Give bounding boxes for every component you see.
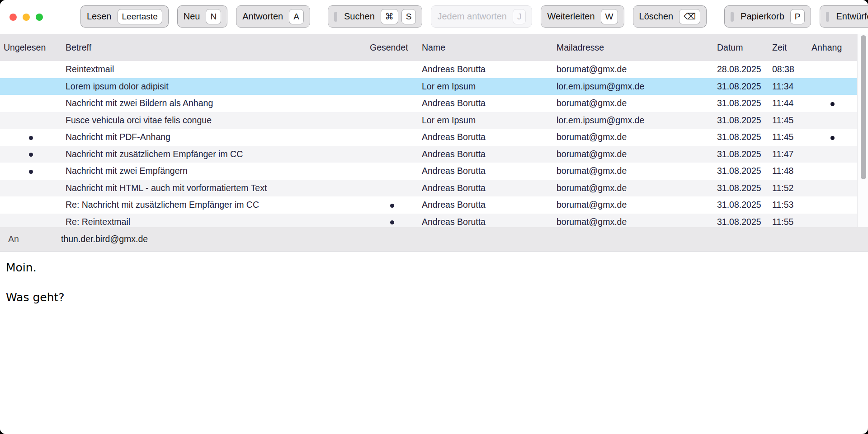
unread-cell: [0, 196, 62, 214]
subject-cell: Re: Nachricht mit zusätzlichem Empfänger…: [62, 196, 366, 214]
sent-dot-icon: [390, 220, 394, 224]
drag-handle-icon[interactable]: [334, 12, 337, 22]
lesen-button[interactable]: LesenLeertaste: [80, 5, 169, 28]
entwuerfe-button[interactable]: EntwürfeE: [820, 5, 868, 28]
column-header-unread[interactable]: Ungelesen: [0, 34, 62, 61]
message-row[interactable]: ReintextmailAndreas Boruttaborumat@gmx.d…: [0, 61, 857, 78]
date-cell: 31.08.2025: [713, 163, 769, 180]
recipient-bar: An thun.der.bird@gmx.de: [0, 227, 868, 252]
message-row[interactable]: Nachricht mit HTML - auch mit vorformati…: [0, 180, 857, 197]
date-cell: 31.08.2025: [713, 146, 769, 163]
message-row[interactable]: Nachricht mit zusätzlichem Empfänger im …: [0, 146, 857, 163]
column-header-subject[interactable]: Betreff: [62, 34, 366, 61]
sent-cell: [366, 180, 418, 197]
time-cell: 11:55: [769, 214, 808, 228]
message-line: Moin.: [6, 261, 857, 275]
sent-cell: [366, 112, 418, 129]
message-row[interactable]: Nachricht mit zwei Bildern als AnhangAnd…: [0, 95, 857, 112]
time-cell: 11:47: [769, 146, 808, 163]
sent-cell: [366, 214, 418, 228]
neu-label: Neu: [184, 11, 200, 22]
message-row[interactable]: Nachricht mit PDF-AnhangAndreas Boruttab…: [0, 129, 857, 146]
message-row[interactable]: Nachricht mit zwei EmpfängernAndreas Bor…: [0, 163, 857, 180]
email-cell: borumat@gmx.de: [553, 180, 713, 197]
subject-cell: Reintextmail: [62, 61, 366, 78]
name-cell: Andreas Borutta: [418, 196, 553, 214]
loeschen-button[interactable]: Löschen⌫: [633, 5, 707, 28]
list-scrollbar[interactable]: [857, 34, 868, 227]
subject-cell: Fusce vehicula orci vitae felis congue: [62, 112, 366, 129]
subject-cell: Nachricht mit HTML - auch mit vorformati…: [62, 180, 366, 197]
zoom-window-button[interactable]: [36, 14, 43, 21]
attachment-cell: [808, 163, 857, 180]
unread-cell: [0, 146, 62, 163]
weiterleiten-button[interactable]: WeiterleitenW: [541, 5, 624, 28]
to-value: thun.der.bird@gmx.de: [61, 234, 148, 244]
subject-cell: Nachricht mit zusätzlichem Empfänger im …: [62, 146, 366, 163]
date-cell: 31.08.2025: [713, 180, 769, 197]
name-cell: Lor em Ipsum: [418, 78, 553, 95]
sent-cell: [366, 78, 418, 95]
subject-cell: Nachricht mit zwei Bildern als Anhang: [62, 95, 366, 112]
name-cell: Andreas Borutta: [418, 180, 553, 197]
column-header-sent[interactable]: Gesendet: [366, 34, 418, 61]
papierkorb-button[interactable]: PapierkorbP: [724, 5, 811, 28]
message-list: UngelesenBetreffGesendetNameMailadresseD…: [0, 34, 868, 227]
email-cell: borumat@gmx.de: [553, 214, 713, 228]
unread-cell: [0, 78, 62, 95]
attachment-cell: [808, 214, 857, 228]
time-cell: 11:52: [769, 180, 808, 197]
email-cell: borumat@gmx.de: [553, 95, 713, 112]
subject-cell: Lorem ipsum dolor adipisit: [62, 78, 366, 95]
attachment-cell: [808, 61, 857, 78]
sent-cell: [366, 163, 418, 180]
column-header-name[interactable]: Name: [418, 34, 553, 61]
drag-handle-icon[interactable]: [731, 12, 734, 22]
minimize-window-button[interactable]: [23, 14, 30, 21]
lesen-shortcut-key: Leertaste: [118, 9, 162, 24]
attachment-dot-icon: [830, 136, 835, 140]
unread-cell: [0, 180, 62, 197]
antworten-label: Antworten: [242, 11, 283, 22]
unread-dot-icon: [29, 136, 33, 140]
column-header-email[interactable]: Mailadresse: [553, 34, 713, 61]
sent-cell: [366, 129, 418, 146]
date-cell: 31.08.2025: [713, 214, 769, 228]
close-window-button[interactable]: [9, 14, 17, 21]
attachment-cell: [808, 112, 857, 129]
column-header-date[interactable]: Datum: [713, 34, 769, 61]
sent-cell: [366, 61, 418, 78]
date-cell: 31.08.2025: [713, 78, 769, 95]
column-header-time[interactable]: Zeit: [769, 34, 808, 61]
unread-cell: [0, 129, 62, 146]
time-cell: 11:53: [769, 196, 808, 214]
message-row[interactable]: Fusce vehicula orci vitae felis congueLo…: [0, 112, 857, 129]
time-cell: 11:45: [769, 129, 808, 146]
sent-cell: [366, 146, 418, 163]
email-cell: lor.em.ipsum@gmx.de: [553, 112, 713, 129]
suchen-label: Suchen: [344, 11, 375, 22]
jedem-antworten-label: Jedem antworten: [437, 11, 506, 22]
message-line: Was geht?: [6, 291, 857, 304]
unread-cell: [0, 163, 62, 180]
antworten-shortcut-key: A: [289, 9, 304, 24]
message-table: UngelesenBetreffGesendetNameMailadresseD…: [0, 34, 857, 227]
weiterleiten-shortcut-key: W: [601, 9, 618, 24]
message-row[interactable]: Lorem ipsum dolor adipisitLor em Ipsumlo…: [0, 78, 857, 95]
scrollbar-thumb[interactable]: [861, 35, 866, 179]
column-header-attachment[interactable]: Anhang: [808, 34, 857, 61]
papierkorb-shortcut-key: P: [790, 9, 805, 24]
name-cell: Andreas Borutta: [418, 146, 553, 163]
message-row[interactable]: Re: Nachricht mit zusätzlichem Empfänger…: [0, 196, 857, 214]
list-header-row: UngelesenBetreffGesendetNameMailadresseD…: [0, 34, 857, 61]
antworten-button[interactable]: AntwortenA: [236, 5, 310, 28]
attachment-cell: [808, 129, 857, 146]
neu-button[interactable]: NeuN: [177, 5, 227, 28]
drag-handle-icon[interactable]: [826, 12, 829, 22]
papierkorb-label: Papierkorb: [741, 11, 784, 22]
message-row[interactable]: Re: ReintextmailAndreas Boruttaborumat@g…: [0, 214, 857, 228]
name-cell: Andreas Borutta: [418, 163, 553, 180]
sent-cell: [366, 95, 418, 112]
suchen-button[interactable]: Suchen⌘S: [328, 5, 423, 28]
email-cell: borumat@gmx.de: [553, 196, 713, 214]
